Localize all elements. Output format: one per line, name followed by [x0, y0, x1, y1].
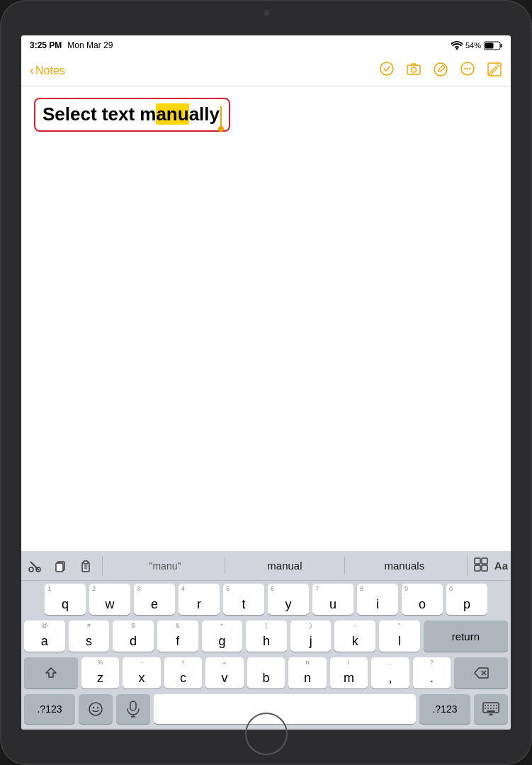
- key-symbols[interactable]: .?123: [24, 694, 75, 724]
- more-icon[interactable]: [460, 61, 475, 80]
- cut-icon[interactable]: [24, 555, 45, 577]
- svg-point-28: [89, 703, 102, 715]
- note-title-box: Select text manually: [34, 98, 230, 132]
- key-g[interactable]: *g: [202, 620, 243, 652]
- key-m[interactable]: !m: [330, 657, 368, 688]
- back-button[interactable]: ‹ Notes: [30, 63, 65, 78]
- paste-icon[interactable]: [75, 555, 96, 577]
- predictive-right: Aa: [473, 557, 508, 575]
- key-emoji[interactable]: [79, 694, 113, 724]
- key-u[interactable]: 7u: [312, 584, 353, 615]
- nav-bar: ‹ Notes: [21, 55, 511, 86]
- key-s[interactable]: #s: [69, 620, 110, 652]
- key-v[interactable]: =v: [205, 657, 244, 688]
- key-d[interactable]: $d: [113, 620, 154, 652]
- key-e[interactable]: 3e: [134, 584, 175, 615]
- note-content[interactable]: Select text manually: [21, 86, 511, 551]
- key-q[interactable]: 1q: [45, 584, 86, 615]
- key-row-2: @a #s $d &f *g (h )j -k "l return: [24, 620, 508, 652]
- svg-rect-23: [482, 558, 487, 564]
- key-n[interactable]: nn: [288, 657, 327, 688]
- title-highlight: anu: [156, 103, 188, 125]
- svg-point-11: [469, 68, 470, 69]
- svg-point-30: [97, 707, 98, 708]
- text-cursor: [220, 106, 222, 128]
- key-c[interactable]: +c: [164, 657, 203, 688]
- predictive-bar: "manu" manual manuals: [21, 551, 511, 581]
- svg-rect-19: [84, 561, 88, 564]
- battery-percent: 54%: [465, 41, 481, 50]
- key-mic[interactable]: [116, 694, 150, 724]
- svg-rect-17: [56, 563, 63, 572]
- checkmark-icon[interactable]: [379, 61, 395, 80]
- svg-point-7: [434, 63, 447, 76]
- key-o[interactable]: 9o: [402, 584, 443, 615]
- key-j[interactable]: )j: [290, 620, 332, 652]
- key-z[interactable]: %z: [81, 657, 120, 688]
- key-return[interactable]: return: [424, 620, 508, 652]
- svg-line-13: [30, 562, 39, 570]
- svg-point-4: [380, 62, 393, 75]
- compose-icon[interactable]: [487, 62, 502, 80]
- key-i[interactable]: 8i: [357, 584, 398, 615]
- svg-rect-24: [475, 565, 480, 571]
- svg-point-9: [464, 68, 465, 69]
- key-h[interactable]: (h: [246, 620, 287, 652]
- key-t[interactable]: 5t: [223, 584, 264, 615]
- wifi-icon: [451, 41, 463, 50]
- key-x[interactable]: -x: [123, 657, 161, 688]
- svg-point-29: [93, 707, 94, 708]
- svg-point-6: [412, 67, 417, 72]
- key-keyboard[interactable]: [474, 694, 508, 724]
- key-space[interactable]: [154, 694, 416, 724]
- svg-rect-22: [475, 558, 480, 564]
- predictive-divider2: [467, 556, 468, 576]
- title-text-before: Select text m: [43, 103, 156, 125]
- screen: 3:25 PM Mon Mar 29 54%: [21, 35, 511, 730]
- title-text-after: ally: [189, 103, 220, 125]
- svg-point-0: [455, 48, 458, 50]
- annotate-icon[interactable]: [433, 62, 448, 80]
- back-label: Notes: [35, 64, 65, 77]
- keyboard-area: "manu" manual manuals: [21, 551, 511, 730]
- pred-word-manuals[interactable]: manuals: [345, 557, 464, 574]
- key-row-3: %z -x +c =v b nn !m ,, ?.: [24, 657, 508, 688]
- key-p[interactable]: 0p: [446, 584, 487, 615]
- key-symbols-right[interactable]: .?123: [419, 694, 470, 724]
- key-a[interactable]: @a: [24, 620, 65, 652]
- key-comma[interactable]: ,,: [371, 657, 409, 688]
- key-delete[interactable]: [454, 657, 508, 688]
- key-y[interactable]: 6y: [268, 584, 309, 615]
- svg-rect-25: [482, 565, 487, 571]
- key-period[interactable]: ?.: [413, 657, 451, 688]
- copy-icon[interactable]: [50, 555, 71, 577]
- key-f[interactable]: &f: [157, 620, 198, 652]
- text-size-button[interactable]: Aa: [494, 560, 508, 572]
- camera-icon[interactable]: [406, 61, 421, 80]
- front-camera: [264, 10, 269, 16]
- svg-rect-2: [501, 44, 502, 47]
- svg-point-14: [29, 567, 33, 572]
- key-shift[interactable]: [24, 657, 78, 688]
- svg-rect-3: [485, 42, 494, 48]
- status-date: Mon Mar 29: [67, 40, 113, 50]
- back-chevron-icon: ‹: [30, 63, 34, 78]
- key-l[interactable]: "l: [379, 620, 420, 652]
- svg-rect-12: [488, 63, 501, 76]
- key-k[interactable]: -k: [334, 620, 375, 652]
- predictive-words: "manu" manual manuals: [106, 557, 464, 574]
- nav-actions: [379, 61, 502, 80]
- grid-icon[interactable]: [473, 557, 489, 575]
- key-w[interactable]: 2w: [89, 584, 130, 615]
- status-time: 3:25 PM: [30, 40, 62, 50]
- key-r[interactable]: 4r: [179, 584, 220, 615]
- ipad-frame: 3:25 PM Mon Mar 29 54%: [0, 0, 532, 765]
- pred-word-quoted[interactable]: "manu": [106, 557, 225, 574]
- key-row-1: 1q 2w 3e 4r 5t 6y 7u 8i 9o 0p: [24, 584, 508, 615]
- home-button[interactable]: [245, 713, 288, 755]
- status-bar: 3:25 PM Mon Mar 29 54%: [21, 35, 511, 55]
- pred-word-manual[interactable]: manual: [225, 557, 345, 574]
- note-title: Select text manually: [43, 103, 222, 125]
- svg-point-10: [467, 68, 468, 69]
- key-b[interactable]: b: [247, 657, 285, 688]
